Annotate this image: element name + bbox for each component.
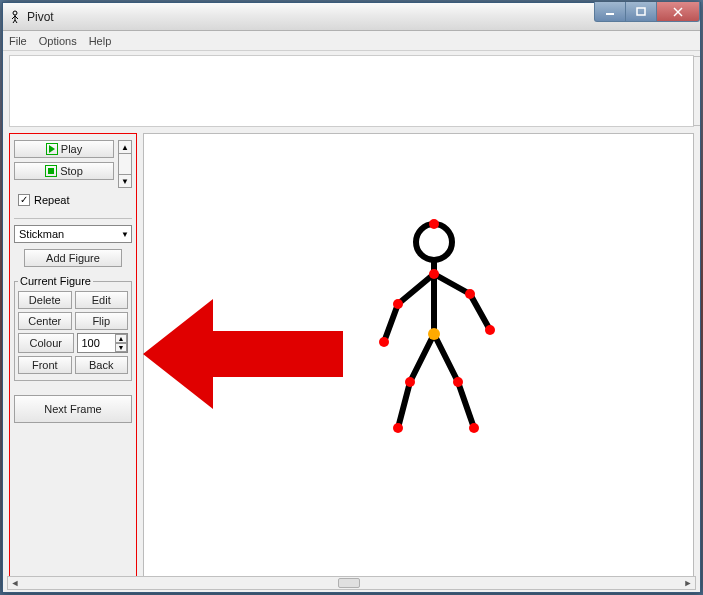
stop-button[interactable]: Stop	[14, 162, 114, 180]
svg-line-18	[410, 334, 434, 382]
stop-label: Stop	[60, 165, 83, 177]
scale-value: 100	[82, 337, 100, 349]
menu-file[interactable]: File	[9, 35, 27, 47]
scale-input[interactable]: 100 ▲ ▼	[77, 333, 129, 353]
stickman-figure[interactable]	[354, 214, 514, 434]
add-figure-button[interactable]: Add Figure	[24, 249, 122, 267]
play-label: Play	[61, 143, 82, 155]
titlebar[interactable]: Pivot	[3, 3, 700, 31]
play-icon	[46, 143, 58, 155]
fps-down-button[interactable]: ▼	[118, 174, 132, 188]
timeline-strip[interactable]	[9, 55, 694, 127]
stop-icon	[45, 165, 57, 177]
scroll-left-icon[interactable]: ◄	[8, 578, 22, 588]
edit-button[interactable]: Edit	[75, 291, 129, 309]
svg-line-20	[434, 334, 458, 382]
svg-point-28	[405, 377, 415, 387]
svg-rect-7	[637, 8, 645, 15]
side-panel: Play Stop ▲ ▼ ✓ Repeat	[9, 133, 137, 586]
next-frame-button[interactable]: Next Frame	[14, 395, 132, 423]
repeat-label: Repeat	[34, 194, 69, 206]
svg-point-24	[393, 299, 403, 309]
window-controls	[595, 2, 700, 22]
svg-line-16	[434, 274, 470, 294]
scroll-right-icon[interactable]: ►	[681, 578, 695, 588]
svg-marker-10	[49, 145, 55, 153]
svg-line-19	[398, 382, 410, 428]
svg-point-26	[465, 289, 475, 299]
svg-point-12	[416, 224, 452, 260]
current-figure-group: Current Figure Delete Edit Center Flip C…	[14, 275, 132, 381]
colour-button[interactable]: Colour	[18, 333, 74, 353]
scale-down-button[interactable]: ▼	[115, 343, 127, 352]
scale-up-button[interactable]: ▲	[115, 334, 127, 343]
current-figure-legend: Current Figure	[18, 275, 93, 287]
fps-track[interactable]	[118, 154, 132, 174]
svg-point-32	[428, 328, 440, 340]
svg-line-5	[15, 20, 17, 23]
svg-line-14	[398, 274, 434, 304]
fps-up-button[interactable]: ▲	[118, 140, 132, 154]
svg-point-30	[453, 377, 463, 387]
center-button[interactable]: Center	[18, 312, 72, 330]
chevron-down-icon: ▼	[121, 230, 129, 239]
repeat-checkbox[interactable]: ✓	[18, 194, 30, 206]
menu-options[interactable]: Options	[39, 35, 77, 47]
svg-point-22	[429, 219, 439, 229]
app-icon	[7, 9, 23, 25]
play-button[interactable]: Play	[14, 140, 114, 158]
canvas[interactable]	[143, 133, 694, 586]
svg-point-27	[485, 325, 495, 335]
svg-point-29	[393, 423, 403, 433]
svg-rect-11	[48, 168, 54, 174]
divider	[14, 218, 132, 219]
delete-button[interactable]: Delete	[18, 291, 72, 309]
svg-point-0	[13, 11, 17, 15]
front-button[interactable]: Front	[18, 356, 72, 374]
app-window: Pivot File Options Help Play	[2, 2, 701, 593]
maximize-button[interactable]	[625, 2, 657, 22]
menubar: File Options Help	[3, 31, 700, 51]
scroll-thumb[interactable]	[338, 578, 360, 588]
svg-line-15	[384, 304, 398, 342]
main-row: Play Stop ▲ ▼ ✓ Repeat	[5, 129, 698, 590]
svg-point-31	[469, 423, 479, 433]
svg-point-25	[379, 337, 389, 347]
content-area: Play Stop ▲ ▼ ✓ Repeat	[3, 51, 700, 592]
flip-button[interactable]: Flip	[75, 312, 129, 330]
figure-select[interactable]: Stickman ▼	[14, 225, 132, 243]
back-button[interactable]: Back	[75, 356, 129, 374]
svg-point-23	[429, 269, 439, 279]
minimize-button[interactable]	[594, 2, 626, 22]
window-title: Pivot	[27, 10, 54, 24]
svg-line-21	[458, 382, 474, 428]
svg-line-17	[470, 294, 490, 330]
menu-help[interactable]: Help	[89, 35, 112, 47]
close-button[interactable]	[656, 2, 700, 22]
horizontal-scrollbar[interactable]: ◄ ►	[7, 576, 696, 590]
figure-select-value: Stickman	[19, 228, 64, 240]
